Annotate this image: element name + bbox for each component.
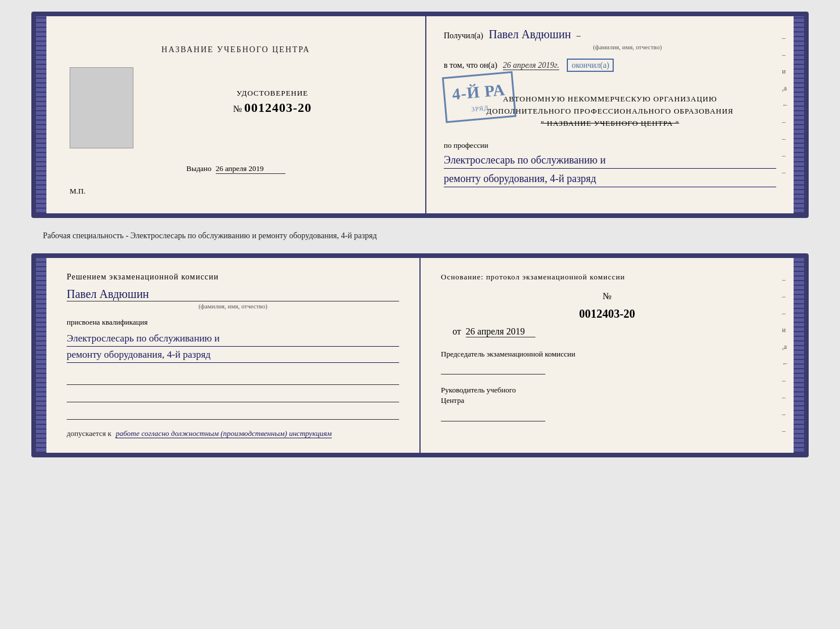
dash: –	[577, 31, 581, 40]
cert-number: 0012403-20	[244, 100, 312, 115]
in-that-line: в том, что он(а) 26 апреля 2019г. окончи…	[444, 61, 776, 70]
person-name-bottom: Павел Авдюшин	[67, 288, 399, 301]
chairman-label: Председатель экзаменационной комиссии	[441, 349, 773, 359]
basis-title: Основание: протокол экзаменационной коми…	[441, 272, 773, 282]
director-label: Руководитель учебного Центра	[441, 385, 773, 406]
qualification-line2: ремонту оборудования, 4-й разряд	[67, 347, 399, 363]
middle-text: Рабочая специальность - Электрослесарь п…	[31, 225, 809, 246]
profession-line1-top: Электрослесарь по обслуживанию и	[444, 152, 776, 169]
issued-date: 26 апреля 2019	[216, 164, 285, 174]
top-document: НАЗВАНИЕ УЧЕБНОГО ЦЕНТРА УДОСТОВЕРЕНИЕ №…	[31, 12, 809, 218]
stamp-overlay: 4-й ра зряд	[442, 71, 516, 123]
right-margin-marks-top: – – и ,а ← – – – –	[782, 34, 789, 177]
finished-label: окончил(а)	[567, 59, 614, 72]
issued-label: Выдано	[186, 164, 211, 173]
right-spine-bottom	[794, 258, 804, 453]
profession-label-top: по профессии	[444, 141, 488, 150]
admission-prefix: допускается к	[67, 429, 111, 438]
received-prefix: Получил(а)	[444, 31, 483, 40]
cert-number-block: УДОСТОВЕРЕНИЕ № 0012403-20	[233, 89, 312, 115]
protocol-number-block: № 0012403-20	[441, 291, 773, 321]
sig-line-2	[67, 388, 399, 402]
protocol-date-block: от 26 апреля 2019	[452, 326, 773, 337]
name-label-top: (фамилия, имя, отчество)	[479, 43, 776, 50]
top-doc-right-panel: 4-й ра зряд Получил(а) Павел Авдюшин – (…	[426, 16, 794, 213]
decision-title: Решением экзаменационной комиссии	[67, 272, 399, 282]
stamp-text: 4-й ра	[451, 78, 506, 106]
cert-photo	[70, 67, 133, 148]
name-label-bottom: (фамилия, имя, отчество)	[67, 303, 399, 310]
admission-detail: работе согласно должностным (производств…	[115, 429, 331, 438]
director-line2: Центра	[441, 396, 464, 405]
received-line: Получил(а) Павел Авдюшин –	[444, 28, 776, 41]
qualification-line1: Электрослесарь по обслуживанию и	[67, 330, 399, 347]
bottom-doc-right-panel: Основание: протокол экзаменационной коми…	[421, 258, 794, 453]
mp-label: М.П.	[70, 187, 85, 196]
completion-date: 26 апреля 2019г.	[503, 61, 559, 70]
protocol-number: 0012403-20	[441, 307, 773, 321]
left-spine	[36, 16, 46, 213]
sig-line-3	[67, 406, 399, 420]
cert-number-prefix: №	[233, 104, 242, 114]
in-that-prefix: в том, что он(а)	[444, 61, 497, 70]
top-doc-left-panel: НАЗВАНИЕ УЧЕБНОГО ЦЕНТРА УДОСТОВЕРЕНИЕ №…	[46, 16, 426, 213]
signature-lines	[67, 371, 399, 420]
protocol-prefix: №	[603, 291, 611, 301]
admission-text: допускается к работе согласно должностны…	[67, 429, 399, 438]
bottom-document: Решением экзаменационной комиссии Павел …	[31, 253, 809, 457]
profession-line2-top: ремонту оборудования, 4-й разряд	[444, 171, 776, 187]
stamp-line: зряд	[471, 104, 489, 113]
right-margin-marks-bottom: – – – и ,а ← – – – –	[782, 275, 789, 435]
page-wrapper: НАЗВАНИЕ УЧЕБНОГО ЦЕНТРА УДОСТОВЕРЕНИЕ №…	[12, 12, 828, 457]
org-line3: " НАЗВАНИЕ УЧЕБНОГО ЦЕНТРА "	[444, 118, 776, 130]
director-sig-line	[441, 410, 545, 421]
profession-block-top: по профессии Электрослесарь по обслужива…	[444, 141, 776, 187]
sig-line-1	[67, 371, 399, 385]
cert-label: УДОСТОВЕРЕНИЕ	[233, 89, 312, 98]
chairman-sig-line	[441, 363, 545, 375]
date-prefix: от	[452, 326, 461, 336]
qualification-text: присвоена квалификация	[67, 318, 399, 327]
bottom-doc-left-panel: Решением экзаменационной комиссии Павел …	[46, 258, 421, 453]
protocol-date: 26 апреля 2019	[466, 326, 535, 337]
director-line1: Руководитель учебного	[441, 386, 516, 394]
cert-issued-block: Выдано 26 апреля 2019	[186, 164, 285, 174]
right-spine-top	[794, 16, 804, 213]
left-spine-bottom	[36, 258, 46, 453]
person-name-top: Павел Авдюшин	[488, 28, 571, 41]
cert-training-center-title: НАЗВАНИЕ УЧЕБНОГО ЦЕНТРА	[161, 45, 310, 54]
